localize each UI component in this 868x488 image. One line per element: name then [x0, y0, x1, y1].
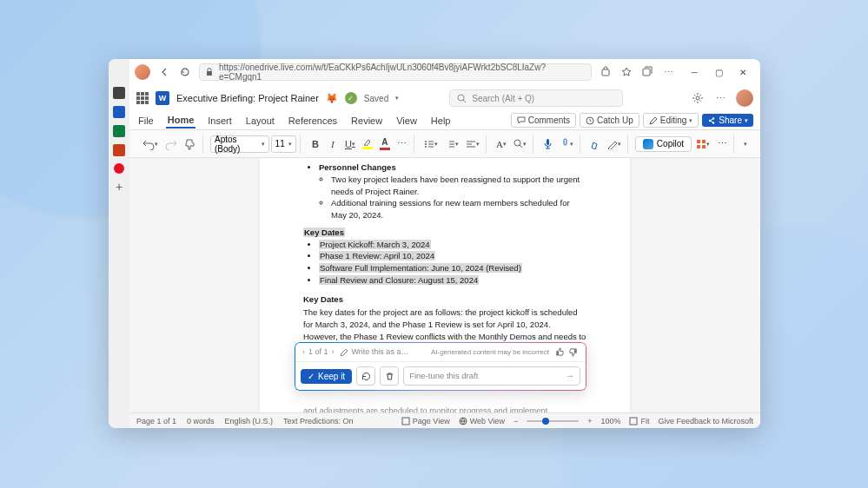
font-color-button[interactable]: A [377, 135, 393, 153]
tab-view[interactable]: View [394, 114, 419, 128]
comments-button[interactable]: Comments [511, 113, 576, 128]
list-item: Two key project leaders have been reassi… [331, 174, 586, 198]
web-view-button[interactable]: Web View [459, 417, 505, 425]
sidebar-add-icon[interactable]: + [113, 181, 125, 193]
font-size-select[interactable]: 11▾ [271, 135, 296, 153]
feedback-link[interactable]: Give Feedback to Microsoft [658, 417, 753, 425]
tab-references[interactable]: References [287, 114, 339, 128]
tab-review[interactable]: Review [349, 114, 384, 128]
regenerate-button[interactable] [356, 366, 375, 386]
sidebar-home-icon[interactable] [113, 87, 125, 99]
favorites-icon[interactable] [620, 65, 633, 79]
section-personnel: Personnel Changes [319, 162, 396, 172]
page-view-button[interactable]: Page View [401, 417, 450, 425]
tab-file[interactable]: File [136, 114, 156, 128]
highlight-button[interactable] [360, 135, 375, 153]
find-button[interactable]: ▾ [511, 135, 529, 153]
keep-it-button[interactable]: ✓Keep it [301, 369, 352, 384]
app-launcher-icon[interactable] [136, 92, 149, 104]
zoom-slider[interactable] [527, 420, 579, 422]
sidebar-powerpoint-icon[interactable] [113, 144, 125, 156]
close-button[interactable]: ✕ [731, 63, 755, 81]
collections-icon[interactable] [640, 65, 654, 79]
align-button[interactable]: ▾ [463, 135, 482, 153]
document-canvas[interactable]: Personnel Changes Two key project leader… [129, 158, 760, 412]
zoom-in-button[interactable]: + [587, 417, 592, 425]
pager-next-icon[interactable]: › [332, 346, 335, 358]
redo-button[interactable] [162, 135, 180, 153]
voice-button[interactable]: ▾ [558, 135, 576, 153]
search-input[interactable]: Search (Alt + Q) [449, 89, 623, 107]
editing-button[interactable]: Editing ▾ [643, 113, 699, 128]
discard-button[interactable] [380, 366, 399, 386]
minimize-button[interactable]: ─ [682, 63, 706, 81]
sidebar-app-icon[interactable] [114, 163, 124, 174]
document-page[interactable]: Personnel Changes Two key project leader… [260, 158, 630, 412]
section-keydates-highlighted: Key Dates [303, 228, 345, 237]
copilot-button[interactable]: Copilot [635, 136, 692, 152]
maximize-button[interactable]: ▢ [706, 63, 731, 81]
page-count[interactable]: Page 1 of 1 [136, 417, 176, 425]
saved-status[interactable]: Saved [364, 94, 388, 103]
status-bar: Page 1 of 1 0 words English (U.S.) Text … [129, 412, 760, 428]
list-item: Project Kickoff: March 3, 2024 [319, 240, 431, 249]
format-painter-button[interactable] [182, 135, 199, 153]
svg-rect-13 [547, 139, 549, 145]
user-avatar[interactable] [736, 89, 753, 107]
tab-insert[interactable]: Insert [206, 114, 234, 128]
predictions-status[interactable]: Text Predictions: On [283, 417, 354, 425]
bold-button[interactable]: B [308, 135, 323, 153]
draft-hint-text[interactable]: Write this as a… [352, 346, 409, 358]
word-logo-icon[interactable]: W [156, 91, 169, 105]
dictate-button[interactable] [540, 135, 556, 153]
header-more-icon[interactable]: ⋯ [713, 91, 727, 105]
tab-home[interactable]: Home [166, 113, 196, 129]
word-count[interactable]: 0 words [187, 417, 215, 425]
settings-icon[interactable] [691, 91, 705, 105]
fit-button[interactable]: Fit [629, 417, 649, 425]
sidebar-word-icon[interactable] [113, 106, 125, 118]
pager-prev-icon[interactable]: ‹ [302, 346, 305, 358]
tab-help[interactable]: Help [429, 114, 453, 128]
document-title[interactable]: Executive Briefing: Project Rainer [176, 93, 319, 103]
font-select[interactable]: Aptos (Body)▾ [210, 135, 269, 153]
share-button[interactable]: Share ▾ [702, 114, 753, 127]
tab-layout[interactable]: Layout [244, 114, 276, 128]
section-keydates: Key Dates [303, 293, 586, 306]
more-font-button[interactable]: ⋯ [394, 135, 410, 153]
pencil-icon [649, 116, 658, 125]
copilot-icon [643, 139, 653, 149]
toolbar-more-button[interactable]: ⋯ [714, 135, 730, 153]
editor-button[interactable] [587, 135, 603, 153]
catchup-icon [586, 116, 594, 125]
addins-button[interactable]: ▾ [693, 135, 712, 153]
list-item: Software Full Implementation: June 10, 2… [319, 263, 522, 273]
address-bar[interactable]: https://onedrive.live.com/w/t/EaCKkPs6Ac… [199, 63, 592, 81]
italic-button[interactable]: I [325, 135, 341, 153]
ghost-paragraph: and adjustments are scheduled to monitor… [303, 405, 586, 412]
underline-button[interactable]: U▾ [342, 135, 358, 153]
sidebar-excel-icon[interactable] [113, 125, 125, 137]
zoom-out-button[interactable]: − [514, 417, 518, 425]
chevron-down-icon[interactable]: ▾ [395, 95, 399, 102]
designer-button[interactable]: ▾ [605, 135, 624, 153]
shopping-icon[interactable] [599, 65, 613, 79]
thumbs-down-icon[interactable] [569, 347, 579, 357]
submit-icon[interactable]: → [567, 370, 575, 382]
language-status[interactable]: English (U.S.) [225, 417, 274, 425]
catchup-button[interactable]: Catch Up [580, 113, 639, 128]
numbering-button[interactable]: ▾ [442, 135, 461, 153]
ribbon-collapse-button[interactable]: ▾ [738, 135, 753, 153]
bullets-button[interactable]: ▾ [421, 135, 441, 153]
refresh-button[interactable] [178, 65, 192, 79]
styles-button[interactable]: A▾ [494, 135, 509, 153]
back-button[interactable] [157, 65, 171, 79]
profile-avatar[interactable] [135, 64, 150, 80]
browser-window: https://onedrive.live.com/w/t/EaCKkPs6Ac… [109, 59, 760, 428]
more-icon[interactable]: ⋯ [661, 65, 675, 79]
svg-point-11 [425, 146, 427, 148]
thumbs-up-icon[interactable] [554, 347, 564, 357]
undo-button[interactable]: ▾ [140, 135, 161, 153]
zoom-level[interactable]: 100% [600, 417, 620, 425]
fine-tune-input[interactable]: Fine-tune this draft → [403, 366, 580, 386]
